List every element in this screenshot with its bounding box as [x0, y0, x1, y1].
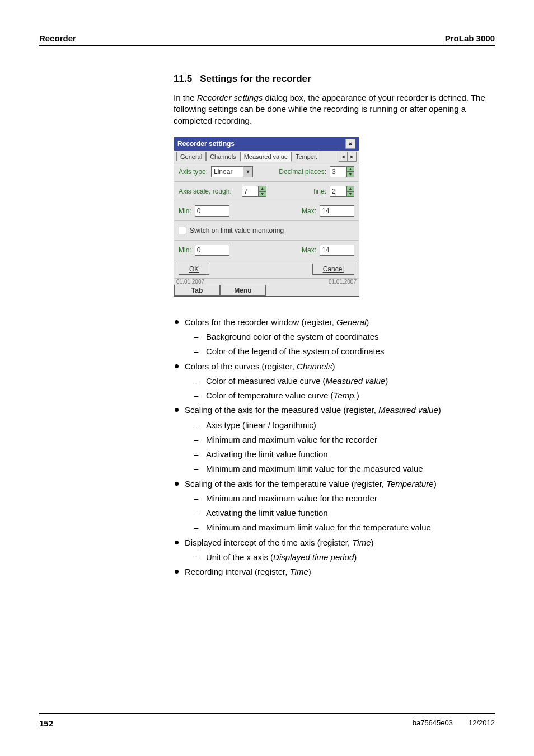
tab-channels[interactable]: Channels: [206, 152, 240, 161]
step-up-icon[interactable]: ▲: [346, 166, 354, 172]
intro-paragraph: In the Recorder settings dialog box, the…: [174, 92, 487, 126]
limit-checkbox-label: Switch on limit value monitoring: [190, 227, 284, 234]
max-input-1[interactable]: 14: [320, 205, 354, 217]
axis-type-label: Axis type:: [179, 168, 208, 176]
page-number: 152: [39, 719, 53, 728]
tab-softkey[interactable]: Tab: [174, 285, 220, 296]
axis-type-select[interactable]: Linear ▼: [211, 166, 253, 177]
tab-general[interactable]: General: [176, 152, 206, 161]
max-label-1: Max:: [302, 207, 316, 215]
tab-scroll-right-icon[interactable]: ►: [348, 152, 357, 162]
footer-docid: ba75645e03: [413, 719, 453, 728]
step-up-icon[interactable]: ▲: [346, 186, 354, 191]
fine-label: fine:: [313, 187, 326, 195]
min-label-2: Min:: [179, 246, 191, 254]
status-right: 01.01.2007: [329, 279, 357, 285]
dialog-tabs: General Channels Measured value Temper. …: [174, 151, 359, 162]
step-down-icon[interactable]: ▼: [346, 191, 354, 197]
footer-rule: [39, 713, 495, 714]
footer-date: 12/2012: [469, 719, 495, 728]
axis-scale-rough-stepper[interactable]: 7 ▲▼: [242, 186, 266, 197]
header-rule: [39, 45, 495, 46]
min-input-1[interactable]: 0: [195, 205, 229, 217]
dialog-title: Recorder settings: [177, 140, 235, 148]
step-down-icon[interactable]: ▼: [346, 172, 354, 177]
fine-stepper[interactable]: 2 ▲▼: [330, 186, 354, 197]
step-down-icon[interactable]: ▼: [259, 191, 266, 197]
status-left: 01.01.2007: [176, 279, 204, 285]
decimal-places-stepper[interactable]: 3 ▲▼: [330, 166, 354, 177]
tab-measured-value[interactable]: Measured value: [240, 152, 292, 162]
header-right: ProLab 3000: [445, 34, 495, 43]
close-icon[interactable]: ×: [345, 139, 355, 149]
section-heading: 11.5 Settings for the recorder: [174, 73, 487, 84]
feature-list: Colors for the recorder window (register…: [174, 317, 487, 578]
tab-scroll-left-icon[interactable]: ◄: [339, 152, 348, 162]
menu-softkey[interactable]: Menu: [220, 285, 266, 296]
min-label-1: Min:: [179, 207, 191, 215]
chevron-down-icon[interactable]: ▼: [243, 167, 252, 177]
max-input-2[interactable]: 14: [320, 245, 354, 256]
recorder-settings-dialog: Recorder settings × General Channels Mea…: [174, 137, 359, 297]
ok-button[interactable]: OK: [179, 264, 209, 275]
tab-temperature[interactable]: Temper.: [292, 152, 321, 161]
min-input-2[interactable]: 0: [195, 245, 229, 256]
decimal-places-label: Decimal places:: [279, 168, 326, 176]
step-up-icon[interactable]: ▲: [259, 186, 266, 191]
header-left: Recorder: [39, 34, 76, 43]
max-label-2: Max:: [302, 246, 316, 254]
axis-scale-rough-label: Axis scale, rough:: [179, 187, 232, 195]
cancel-button[interactable]: Cancel: [312, 264, 354, 275]
limit-checkbox[interactable]: [179, 227, 186, 234]
